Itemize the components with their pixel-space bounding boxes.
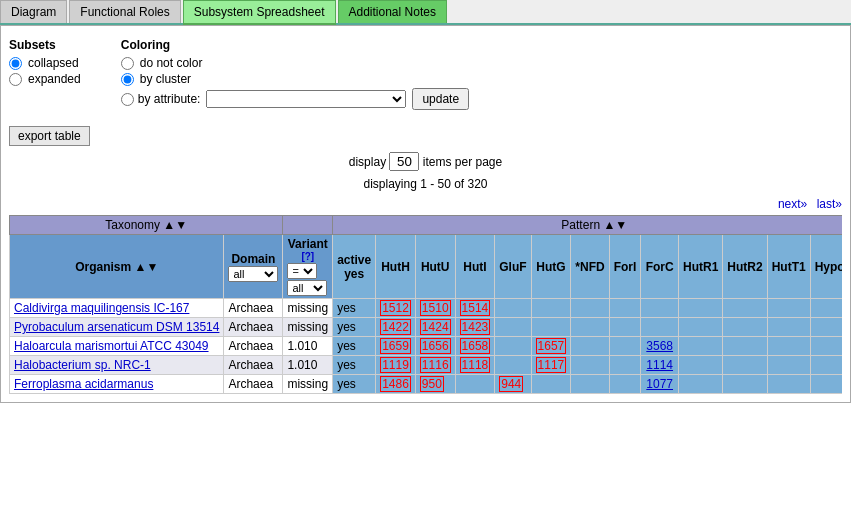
subsets-title: Subsets xyxy=(9,38,81,52)
col-hutr2: HutR2 xyxy=(723,235,767,299)
hutu-link[interactable]: 1656 xyxy=(420,338,451,354)
cell-hutt1 xyxy=(767,375,810,394)
cell-hutr2 xyxy=(723,356,767,375)
huth-link[interactable]: 1512 xyxy=(380,300,411,316)
tab-additional-notes[interactable]: Additional Notes xyxy=(338,0,447,23)
next-link[interactable]: next» xyxy=(778,197,807,211)
forc-link[interactable]: 1077 xyxy=(645,377,674,391)
hutg-link[interactable]: 1657 xyxy=(536,338,567,354)
organism-link[interactable]: Pyrobaculum arsenaticum DSM 13514 xyxy=(14,320,219,334)
tab-bar: Diagram Functional Roles Subsystem Sprea… xyxy=(0,0,851,25)
tab-diagram[interactable]: Diagram xyxy=(0,0,67,23)
cell-fori xyxy=(609,356,641,375)
cell-organism: Haloarcula marismortui ATCC 43049 xyxy=(10,337,224,356)
cell-gluf xyxy=(495,299,531,318)
cell-organism: Ferroplasma acidarmanus xyxy=(10,375,224,394)
coloring-section: Coloring do not color by cluster by attr… xyxy=(121,38,469,112)
domain-filter-select[interactable]: all Archaea Bacteria Eukaryota xyxy=(228,266,278,282)
cell-hutr1 xyxy=(679,318,723,337)
expanded-radio[interactable] xyxy=(9,73,22,86)
expanded-label: expanded xyxy=(28,72,81,86)
forc-link[interactable]: 1114 xyxy=(645,358,674,372)
cell-huth: 1659 xyxy=(376,337,416,356)
cell-huti: 1658 xyxy=(455,337,495,356)
tab-subsystem-spreadsheet[interactable]: Subsystem Spreadsheet xyxy=(183,0,336,25)
organism-link[interactable]: Halobacterium sp. NRC-1 xyxy=(14,358,151,372)
organism-link[interactable]: Caldivirga maquilingensis IC-167 xyxy=(14,301,189,315)
cell-variant: missing xyxy=(283,375,333,394)
organism-link[interactable]: Ferroplasma acidarmanus xyxy=(14,377,153,391)
attribute-select[interactable] xyxy=(206,90,406,108)
huti-link[interactable]: 1118 xyxy=(460,357,491,373)
collapsed-radio[interactable] xyxy=(9,57,22,70)
cell-forc: 3568 xyxy=(641,337,679,356)
by-attribute-radio[interactable] xyxy=(121,93,134,106)
cell-gluf xyxy=(495,318,531,337)
col-variant: Variant [?] = != all xyxy=(283,235,333,299)
col-active: active yes xyxy=(333,235,376,299)
hutu-link[interactable]: 1424 xyxy=(420,319,451,335)
export-table-button[interactable]: export table xyxy=(9,126,90,146)
by-cluster-radio[interactable] xyxy=(121,73,134,86)
cell-hutr2 xyxy=(723,318,767,337)
col-forc: ForC xyxy=(641,235,679,299)
export-row: export table xyxy=(9,126,842,146)
next-last-links: next» last» xyxy=(9,197,842,211)
col-huti: HutI xyxy=(455,235,495,299)
pattern-group-header[interactable]: Pattern ▲▼ xyxy=(333,216,842,235)
huth-link[interactable]: 1422 xyxy=(380,319,411,335)
no-color-radio[interactable] xyxy=(121,57,134,70)
hutu-link[interactable]: 1510 xyxy=(420,300,451,316)
cell-domain: Archaea xyxy=(224,337,283,356)
gluf-link[interactable]: 944 xyxy=(499,376,523,392)
last-link[interactable]: last» xyxy=(817,197,842,211)
cell-hutu: 950 xyxy=(415,375,455,394)
cell-hypo1 xyxy=(810,356,842,375)
no-color-radio-label[interactable]: do not color xyxy=(121,56,469,70)
cell-nfd xyxy=(571,299,609,318)
organism-link[interactable]: Haloarcula marismortui ATCC 43049 xyxy=(14,339,209,353)
huth-link[interactable]: 1659 xyxy=(380,338,411,354)
col-huth: HutH xyxy=(376,235,416,299)
variant-val-select[interactable]: all xyxy=(287,280,327,296)
col-organism[interactable]: Organism ▲▼ xyxy=(10,235,224,299)
cell-forc: 1114 xyxy=(641,356,679,375)
hutu-link[interactable]: 950 xyxy=(420,376,444,392)
huth-link[interactable]: 1119 xyxy=(380,357,411,373)
cell-nfd xyxy=(571,337,609,356)
collapsed-radio-label[interactable]: collapsed xyxy=(9,56,81,70)
variant-op-select[interactable]: = != xyxy=(287,263,317,279)
cell-domain: Archaea xyxy=(224,375,283,394)
forc-link[interactable]: 3568 xyxy=(645,339,674,353)
blank-group-header xyxy=(283,216,333,235)
update-button[interactable]: update xyxy=(412,88,469,110)
tab-functional-roles[interactable]: Functional Roles xyxy=(69,0,180,23)
cell-organism: Caldivirga maquilingensis IC-167 xyxy=(10,299,224,318)
top-controls: Subsets collapsed expanded Coloring do n… xyxy=(9,34,842,120)
expanded-radio-label[interactable]: expanded xyxy=(9,72,81,86)
taxonomy-group-header[interactable]: Taxonomy ▲▼ xyxy=(10,216,283,235)
cell-hutt1 xyxy=(767,318,810,337)
table-row: Pyrobaculum arsenaticum DSM 13514Archaea… xyxy=(10,318,843,337)
cell-huti: 1514 xyxy=(455,299,495,318)
huti-link[interactable]: 1658 xyxy=(460,338,491,354)
huti-link[interactable]: 1514 xyxy=(460,300,491,316)
hutu-link[interactable]: 1116 xyxy=(420,357,451,373)
col-domain: Domain all Archaea Bacteria Eukaryota xyxy=(224,235,283,299)
column-header-row: Organism ▲▼ Domain all Archaea Bacteria … xyxy=(10,235,843,299)
cell-huth: 1486 xyxy=(376,375,416,394)
by-attribute-radio-label[interactable]: by attribute: xyxy=(121,92,201,106)
cell-hutt1 xyxy=(767,299,810,318)
huth-link[interactable]: 1486 xyxy=(380,376,411,392)
by-cluster-radio-label[interactable]: by cluster xyxy=(121,72,469,86)
huti-link[interactable]: 1423 xyxy=(460,319,491,335)
cell-active: yes xyxy=(333,318,376,337)
cell-hutg: 1657 xyxy=(531,337,571,356)
hutg-link[interactable]: 1117 xyxy=(536,357,567,373)
items-per-page-input[interactable]: 50 xyxy=(389,152,419,171)
cell-active: yes xyxy=(333,337,376,356)
displaying-text: displaying 1 - 50 of 320 xyxy=(9,177,842,191)
cell-forc xyxy=(641,318,679,337)
cell-huth: 1119 xyxy=(376,356,416,375)
items-per-page-suffix: items per page xyxy=(423,155,502,169)
